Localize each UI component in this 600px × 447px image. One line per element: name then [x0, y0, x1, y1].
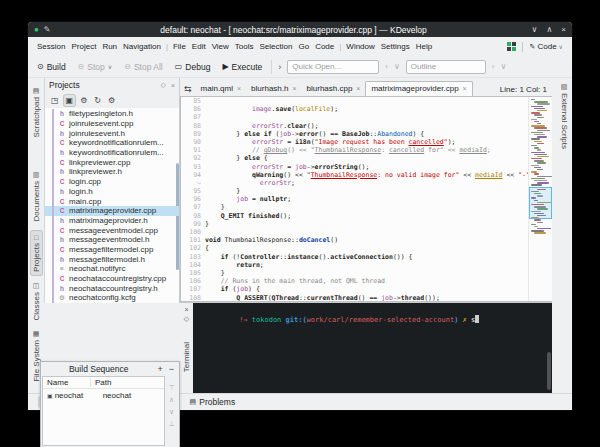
menu-go[interactable]: Go [295, 40, 312, 53]
menu-edit[interactable]: Edit [189, 40, 209, 53]
tree-item-messageeventmodel-cpp[interactable]: Cmessageeventmodel.cpp [45, 225, 179, 235]
move-bottom-icon[interactable]: ⊥ [168, 420, 174, 428]
detach-panel-icon[interactable]: ◇ [161, 81, 166, 89]
area-switcher-icon[interactable] [507, 42, 516, 51]
menu-project[interactable]: Project [68, 40, 99, 53]
tree-item-neochataccountregistry-h[interactable]: hneochataccountregistry.h [45, 283, 179, 293]
maximize-window-icon[interactable]: ∧ [546, 25, 552, 34]
code-token: -> [393, 294, 401, 302]
menu-file[interactable]: File [170, 40, 189, 53]
detach-terminal-icon[interactable]: ◇ [184, 314, 189, 323]
terminal-screen[interactable]: !→ tokodon git:(work/carl/remember-selec… [193, 303, 552, 393]
build-button[interactable]: ⊙ Build [34, 60, 69, 74]
tree-item-neochatconfig-kcfg[interactable]: ⚙neochatconfig.kcfg [45, 293, 179, 303]
dock-tab-projects[interactable]: □Projects [31, 231, 42, 275]
tree-item-matriximageprovider-h[interactable]: hmatriximageprovider.h [45, 216, 179, 226]
menu-navigation[interactable]: Navigation [120, 40, 164, 53]
outline-input[interactable] [406, 60, 486, 74]
tree-item-joinrulesevent-cpp[interactable]: Cjoinrulesevent.cpp [45, 119, 179, 129]
move-top-icon[interactable]: ⊤ [168, 384, 174, 392]
code-area[interactable]: 8586 image.save(localFile);8788 errorStr… [181, 97, 528, 301]
tree-item-neochat-notifyrc[interactable]: ≡neochat.notifyrc [45, 264, 179, 274]
tree-item-messageeventmodel-h[interactable]: hmessageeventmodel.h [45, 235, 179, 245]
dock-tab-documents[interactable]: ▥Documents [31, 168, 42, 224]
tree-item-matriximageprovider-cpp[interactable]: Cmatriximageprovider.cpp [45, 206, 179, 216]
minimize-window-icon[interactable]: ∨ [532, 25, 538, 34]
file-name: messageeventmodel.cpp [69, 226, 158, 235]
code-token: = [248, 195, 260, 203]
tree-item-keywordnotificationrulem[interactable]: hkeywordnotificationrulem... [45, 148, 179, 158]
code-editor[interactable]: 8586 image.save(localFile);8788 errorStr… [180, 96, 552, 302]
tab-close-icon[interactable]: × [292, 85, 296, 92]
file-name: filetypesingleton.h [69, 109, 133, 118]
tree-item-main-cpp[interactable]: Cmain.cpp [45, 196, 179, 206]
statusbar-label: Problems [199, 397, 235, 407]
build-sequence-row[interactable]: ▣neochatneochat [43, 389, 164, 401]
dock-tab-classes[interactable]: ◫Classes [31, 279, 42, 323]
area-code-button[interactable]: ✎ Code ∨ [527, 41, 566, 52]
tab-blurhash-cpp[interactable]: blurhash.cpp× [302, 82, 366, 96]
move-up-icon[interactable]: ∧ [169, 396, 174, 404]
close-window-icon[interactable]: × [561, 25, 566, 34]
line-number: 107 [181, 285, 205, 293]
quick-open-input[interactable] [287, 60, 379, 74]
nav-back-icon[interactable]: ‹ [385, 62, 388, 71]
close-terminal-icon[interactable]: × [184, 305, 188, 314]
code-token: () == [358, 294, 381, 302]
tree-item-login-h[interactable]: hlogin.h [45, 187, 179, 197]
menu-help[interactable]: Help [413, 40, 435, 53]
outline-forward-icon[interactable]: › [492, 62, 495, 71]
tree-item-filetypesingleton-h[interactable]: hfiletypesingleton.h [45, 109, 179, 119]
tab-blurhash-h[interactable]: blurhash.h× [246, 82, 301, 96]
minimap-line [537, 103, 550, 104]
move-down-icon[interactable]: ∨ [169, 408, 174, 416]
menu-view[interactable]: View [209, 40, 232, 53]
close-panel-icon[interactable]: × [171, 82, 175, 89]
tree-item-messagefiltermodel-cpp[interactable]: Cmessagefiltermodel.cpp [45, 245, 179, 255]
configure-icon[interactable]: ⚙ [78, 95, 89, 106]
locate-document-icon[interactable]: ◳ [49, 95, 61, 106]
tree-item-joinrulesevent-h[interactable]: hjoinrulesevent.h [45, 128, 179, 138]
menu-tools[interactable]: Tools [232, 40, 257, 53]
toolbar-overflow-icon[interactable]: › [278, 62, 281, 72]
menu-code[interactable]: Code [312, 40, 337, 53]
options-icon[interactable]: ⚙ [106, 95, 117, 106]
editor-minimap[interactable] [528, 97, 552, 301]
tab-close-icon[interactable]: × [237, 85, 241, 92]
stop-button[interactable]: ⊖ Stop ∨ [75, 60, 116, 74]
remove-target-icon[interactable]: − [169, 364, 174, 374]
menu-settings[interactable]: Settings [378, 40, 413, 53]
dock-tab-scratchpad[interactable]: ▤Scratchpad [31, 84, 42, 140]
menu-selection[interactable]: Selection [257, 40, 296, 53]
tab-main-qml[interactable]: main.qml× [196, 82, 247, 96]
dock-tab-external-scripts[interactable]: ▧External Scripts [559, 80, 570, 152]
menu-run[interactable]: Run [99, 40, 120, 53]
file-type-icon-h: h [58, 188, 66, 195]
debug-button[interactable]: ▭ Debug [172, 60, 214, 74]
show-targets-icon[interactable]: ▣ [64, 95, 76, 106]
execute-button[interactable]: ▶ Execute [219, 60, 265, 74]
statusbar-problems[interactable]: ▤Problems [185, 396, 241, 408]
line-content: void ThumbnailResponse::doCancel() [205, 236, 528, 244]
add-target-icon[interactable]: + [157, 364, 162, 374]
tree-item-keywordnotificationrulem[interactable]: Ckeywordnotificationrulem... [45, 138, 179, 148]
tab-close-icon[interactable]: × [463, 85, 467, 92]
terminal-scrollbar[interactable] [547, 352, 551, 391]
terminal-prompt: !→ tokodon git:(work/carl/remember-selec… [239, 316, 475, 324]
document-switcher-icon[interactable]: ⇆ [182, 84, 196, 96]
tree-item-linkpreviewer-h[interactable]: hlinkpreviewer.h [45, 167, 179, 177]
terminal-tab-label[interactable]: Terminal [182, 342, 191, 372]
tab-close-icon[interactable]: × [356, 85, 360, 92]
menu-window[interactable]: Window [343, 40, 377, 53]
reload-icon[interactable]: ↻ [92, 95, 103, 106]
tree-item-linkpreviewer-cpp[interactable]: Clinkpreviewer.cpp [45, 157, 179, 167]
nav-dropdown-icon[interactable]: ∨ [394, 62, 400, 71]
menu-session[interactable]: Session [34, 40, 68, 53]
outline-dropdown-icon[interactable]: ∨ [500, 62, 506, 71]
tree-item-login-cpp[interactable]: Clogin.cpp [45, 177, 179, 187]
stop-all-button[interactable]: ⊖ Stop All [121, 60, 166, 74]
tab-matriximageprovider-cpp[interactable]: matriximageprovider.cpp× [365, 81, 472, 96]
tree-item-messagefiltermodel-h[interactable]: hmessagefiltermodel.h [45, 254, 179, 264]
tree-item-neochataccountregistry-cpp[interactable]: Cneochataccountregistry.cpp [45, 274, 179, 284]
minimap-viewport[interactable] [529, 187, 552, 220]
